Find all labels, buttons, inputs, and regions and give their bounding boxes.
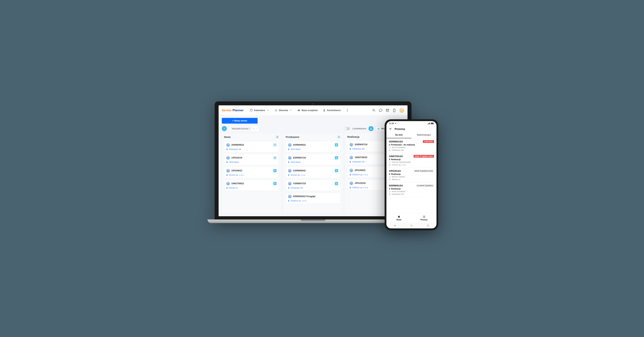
svg-rect-11	[428, 225, 429, 226]
user-avatar[interactable]	[399, 108, 404, 113]
card-badge: 3	[335, 169, 338, 172]
signal-icon	[428, 122, 430, 124]
phone-title: Procesy	[395, 127, 405, 130]
card-badge: 3	[335, 182, 338, 185]
nav-devices[interactable]: Baza urządzeń	[297, 108, 318, 112]
process-item[interactable]: 4/SRW/01/242 dni temu2. Przekazane - do …	[386, 138, 436, 153]
brand-logo[interactable]: Serwis Planner	[222, 108, 244, 112]
close-icon	[223, 127, 226, 130]
card-badge: 2	[335, 143, 338, 146]
group-icon	[377, 127, 380, 130]
toolbar: +Nowy serwis Wszystkie procesy × ×	[218, 115, 408, 133]
svg-rect-4	[428, 123, 429, 124]
kanban-card[interactable]: 1/PG/09/224Kornex sp. z o.o.	[224, 167, 279, 178]
kanban-card[interactable]: 3/SRW/09/221Edelweiss SA	[224, 141, 279, 152]
kanban-card[interactable]: 1/SRW/09/223Kornex sp. z o.o.	[286, 167, 340, 178]
subordinates-toggle[interactable]	[344, 127, 350, 130]
nav-contractors[interactable]: Kontrahenci	[323, 108, 340, 112]
process-status: 3. Realizacja	[389, 173, 434, 175]
card-badge: 2	[335, 156, 338, 160]
process-status: 3. Realizacja	[389, 188, 434, 190]
chevron-down-icon	[289, 109, 292, 112]
mail-icon[interactable]	[386, 108, 389, 112]
card-company: Edelweiss SA	[288, 187, 338, 189]
svg-rect-3	[428, 124, 428, 124]
column-header: Nowe4	[224, 136, 279, 139]
card-code: 1/SRW/09/22	[293, 170, 334, 172]
nav-orders[interactable]: Zlecenia	[274, 108, 292, 112]
process-company: Kornex sp. z o.o.	[389, 164, 434, 166]
new-service-button[interactable]: +Nowy serwis	[222, 118, 258, 124]
process-person: Anna Kowalska	[389, 146, 434, 148]
card-avatar	[226, 156, 230, 160]
back-icon[interactable]	[389, 127, 392, 130]
android-back-icon[interactable]	[394, 224, 396, 227]
card-code: 1/PG/02/19	[231, 156, 272, 159]
list-icon	[274, 109, 278, 112]
clipboard-icon[interactable]	[392, 108, 396, 112]
time-badge: za około 2 godziny	[416, 184, 434, 187]
clear-filters-button[interactable]	[222, 126, 227, 131]
phone-header: Procesy	[386, 126, 436, 132]
kanban-card[interactable]: 4/SRW/09/22 PrzeglądElektron sp. z o.o.	[286, 193, 340, 204]
nav-calendar[interactable]: Kalendarz	[250, 108, 270, 112]
process-company: Edelweiss SA	[389, 193, 434, 195]
card-code: 1/INST/09/22	[231, 182, 272, 185]
svg-point-2	[347, 111, 348, 112]
users-button[interactable]	[368, 126, 374, 131]
kanban-card[interactable]: 2/SRW/09/222AGD Adam	[286, 141, 340, 152]
chevron-down-icon	[256, 128, 258, 130]
kanban-card[interactable]: 1/PG/02/192AGD Adam	[224, 154, 279, 165]
home-icon	[397, 215, 400, 218]
time-badge: około 17 godzin temu	[414, 155, 434, 158]
search-icon[interactable]	[372, 108, 376, 112]
kanban-board: Nowe43/SRW/09/221Edelweiss SA1/PG/02/192…	[218, 133, 408, 216]
card-badge: 4	[273, 169, 276, 172]
bottom-nav-home[interactable]: Home	[386, 213, 412, 223]
android-home-icon[interactable]	[410, 224, 413, 227]
svg-rect-9	[434, 123, 434, 124]
card-badge: 2	[273, 156, 276, 160]
calendar-icon	[250, 109, 253, 112]
process-person: Damian Damianowski	[389, 161, 434, 163]
time-badge: około 4 godziny temu	[414, 170, 434, 172]
card-avatar	[226, 182, 230, 185]
process-company: Warski sc.	[389, 178, 434, 180]
process-person: Bartosz Warski	[389, 176, 434, 178]
kanban-card[interactable]: 1/INST/09/225Warski sc.	[224, 180, 279, 191]
process-item[interactable]: 1/PG/01/24około 4 godziny temu3. Realiza…	[386, 168, 436, 182]
svg-rect-5	[429, 123, 429, 124]
process-code: 1/PG/01/24	[389, 170, 401, 172]
card-avatar	[288, 182, 292, 185]
kanban-card[interactable]: 7/SRW/07/183Edelweiss SA	[286, 180, 340, 191]
card-badge: 5	[273, 182, 276, 185]
chevron-down-icon	[266, 109, 270, 112]
phone-tabs: Na dziś Nadchodzące	[386, 132, 436, 138]
time-badge: 2 dni temu	[423, 140, 434, 143]
person-icon	[323, 109, 326, 112]
card-avatar	[350, 168, 353, 172]
process-item[interactable]: 1/INST/01/24około 17 godzin temu3. Reali…	[386, 153, 436, 168]
kanban-card[interactable]: 2/SRW/07/182AGD Adam	[286, 154, 340, 165]
svg-point-10	[411, 225, 412, 226]
chat-icon[interactable]	[379, 108, 382, 112]
process-filter[interactable]: Wszystkie procesy × ×	[229, 126, 259, 132]
card-company: Elektron sp. z o.o.	[288, 200, 338, 202]
tab-today[interactable]: Na dziś	[386, 132, 412, 138]
android-recent-icon[interactable]	[427, 224, 429, 227]
more-icon[interactable]	[346, 108, 349, 112]
card-avatar	[226, 143, 230, 147]
process-item[interactable]: 5/SRW/01/24za około 2 godziny3. Realizac…	[386, 182, 436, 197]
phone-mockup: 11:50 Procesy Na dziś Nadchodzące 4/SRW/…	[384, 119, 438, 230]
column-count: 4	[276, 136, 279, 139]
process-code: 4/SRW/01/24	[389, 140, 403, 143]
phone-process-list: 4/SRW/01/242 dni temu2. Przekazane - do …	[386, 138, 436, 213]
card-avatar	[288, 156, 292, 160]
card-company: Kornex sp. z o.o.	[226, 174, 276, 176]
bottom-nav-processes[interactable]: Procesy	[412, 213, 436, 223]
card-code: 4/SRW/09/22 Przegląd	[293, 195, 338, 198]
process-status: 2. Przekazane - do realizacji	[389, 144, 434, 146]
process-code: 5/SRW/01/24	[389, 184, 403, 187]
tab-upcoming[interactable]: Nadchodzące	[412, 132, 436, 138]
kanban-column: Nowe43/SRW/09/221Edelweiss SA1/PG/02/192…	[222, 133, 281, 213]
